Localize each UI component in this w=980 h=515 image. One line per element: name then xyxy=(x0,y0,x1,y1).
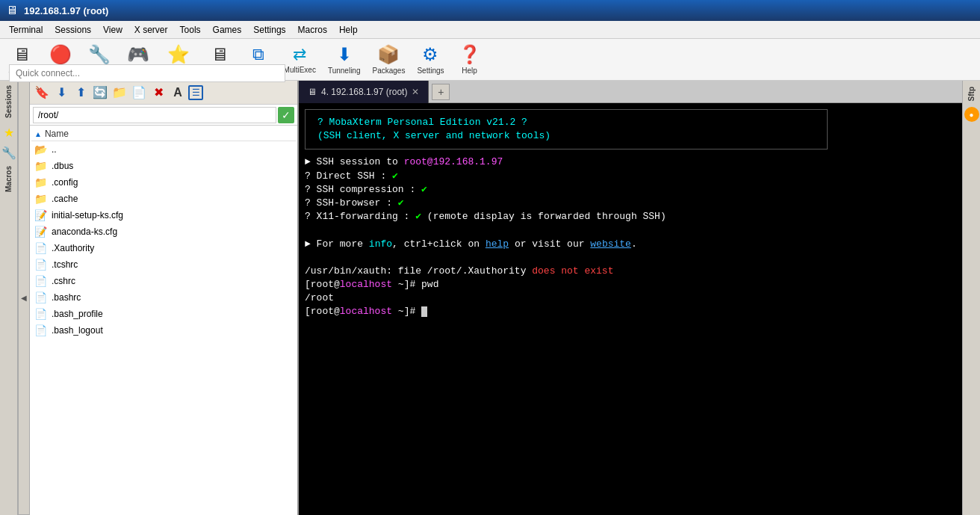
file-name: .Xauthority xyxy=(52,243,94,253)
config-icon: 📝 xyxy=(34,226,47,238)
ssh-compression-line: ? SSH compression : ✔ xyxy=(305,183,956,197)
welcome-box: ? MobaXterm Personal Edition v21.2 ? (SS… xyxy=(305,109,828,149)
file-btn-download[interactable]: ⬇ xyxy=(52,84,70,102)
macros-side-tab[interactable]: Macros xyxy=(3,163,14,195)
tab-close-btn[interactable]: ✕ xyxy=(412,87,419,97)
file-btn-newfolder[interactable]: 📁 xyxy=(111,84,128,102)
path-bar: ✓ xyxy=(30,105,297,126)
file-list: ▲ Name 📂 .. 📁 .dbus 📁 .config 📁 .cache xyxy=(30,126,297,515)
file-btn-delete[interactable]: ✖ xyxy=(149,84,167,102)
terminal-output[interactable]: ? MobaXterm Personal Edition v21.2 ? (SS… xyxy=(299,103,962,515)
toolbar-settings-btn[interactable]: ⚙ Settings xyxy=(412,41,449,78)
welcome-line1: ? MobaXterm Personal Edition v21.2 ? xyxy=(317,116,815,129)
file-name: .. xyxy=(52,144,57,155)
file-panel: 🔖 ⬇ ⬆ 🔄 📁 📄 ✖ A ☰ ✓ ▲ Name xyxy=(30,81,299,515)
file-name: .dbus xyxy=(52,161,73,171)
sessions-panel: Sessions ★ 🔧 Macros xyxy=(0,81,18,515)
ssh-session-line: ► SSH session to root@192.168.1.97 xyxy=(305,155,956,169)
terminal-cursor xyxy=(421,306,427,317)
path-go-btn[interactable]: ✓ xyxy=(278,107,294,123)
list-item[interactable]: 📄 .bash_profile xyxy=(31,306,296,322)
file-btn-bookmark[interactable]: 🔖 xyxy=(33,84,51,102)
file-name: .bash_logout xyxy=(52,325,103,336)
file-btn-refresh[interactable]: 🔄 xyxy=(91,84,109,102)
config-icon: 📝 xyxy=(34,209,47,221)
list-item[interactable]: 📄 .bashrc xyxy=(31,289,296,306)
new-tab-btn[interactable]: + xyxy=(432,84,450,100)
tools-side-icon[interactable]: 🔧 xyxy=(0,143,18,163)
help-label: Help xyxy=(462,67,477,75)
terminal-tab[interactable]: 🖥 4. 192.168.1.97 (root) ✕ xyxy=(299,81,429,103)
file-icon: 📄 xyxy=(34,308,47,320)
ssh-direct-line: ? Direct SSH : ✔ xyxy=(305,170,956,183)
sessions-icon: ⭐ xyxy=(167,44,190,65)
file-toolbar: 🔖 ⬇ ⬆ 🔄 📁 📄 ✖ A ☰ xyxy=(30,81,297,105)
folder-icon: 📁 xyxy=(34,160,47,172)
toolbar-tunneling-btn[interactable]: ⬇ Tunneling xyxy=(323,41,366,78)
sftp-panel: Sftp ● xyxy=(962,81,980,515)
file-icon: 📄 xyxy=(34,275,47,287)
menu-sessions[interactable]: Sessions xyxy=(49,23,97,37)
file-icon: 📄 xyxy=(34,259,47,271)
menu-help[interactable]: Help xyxy=(333,23,364,37)
list-item[interactable]: 📄 .bash_logout xyxy=(31,322,296,339)
file-name: .config xyxy=(52,177,78,188)
list-item[interactable]: 📄 .cshrc xyxy=(31,273,296,289)
file-btn-rename[interactable]: A xyxy=(169,84,187,102)
folder-up-icon: 📂 xyxy=(34,144,47,155)
list-item[interactable]: 📝 initial-setup-ks.cfg xyxy=(31,207,296,223)
checkmark-icon: ✓ xyxy=(282,109,291,121)
toolbar-help-btn[interactable]: ❓ Help xyxy=(451,41,489,78)
file-icon: 📄 xyxy=(34,242,47,254)
list-item[interactable]: 📁 .config xyxy=(31,174,296,191)
terminal-area: 🖥 4. 192.168.1.97 (root) ✕ + ? MobaXterm… xyxy=(299,81,962,515)
menu-macros[interactable]: Macros xyxy=(292,23,333,37)
menu-tools[interactable]: Tools xyxy=(174,23,207,37)
settings-label: Settings xyxy=(417,67,444,75)
file-name: .cache xyxy=(52,194,78,204)
file-btn-upload[interactable]: ⬆ xyxy=(72,84,90,102)
list-item[interactable]: 📝 anaconda-ks.cfg xyxy=(31,223,296,240)
collapse-panel-btn[interactable]: ◀ xyxy=(18,81,30,515)
list-item[interactable]: 📂 .. xyxy=(31,141,296,158)
sessions-tab[interactable]: Sessions xyxy=(3,81,14,123)
ssh-browser-line: ? SSH-browser : ✔ xyxy=(305,197,956,210)
packages-label: Packages xyxy=(373,67,406,75)
terminal-line-pwd-cmd: [root@localhost ~]# pwd xyxy=(305,278,956,292)
toolbar-packages-btn[interactable]: 📦 Packages xyxy=(368,41,411,78)
sessions-star-icon[interactable]: ★ xyxy=(2,123,16,143)
list-item[interactable]: 📁 .dbus xyxy=(31,158,296,174)
quick-connect-input[interactable] xyxy=(9,64,285,82)
folder-icon: 📁 xyxy=(34,176,47,188)
list-item[interactable]: 📄 .tcshrc xyxy=(31,256,296,273)
packages-icon: 📦 xyxy=(377,44,400,65)
main-toolbar: 🖥 Session 🔴 Servers 🔧 Tools 🎮 Games ⭐ Se… xyxy=(0,39,980,81)
sftp-label[interactable]: Sftp xyxy=(966,84,977,104)
sftp-icon[interactable]: ● xyxy=(964,107,979,122)
ssh-x11-line: ? X11-forwarding : ✔ (remote display is … xyxy=(305,210,956,223)
terminal-tab-bar: 🖥 4. 192.168.1.97 (root) ✕ + xyxy=(299,81,962,103)
app-icon: 🖥 xyxy=(6,4,18,17)
session-icon: 🖥 xyxy=(13,44,31,65)
file-btn-newfile[interactable]: 📄 xyxy=(130,84,148,102)
menu-terminal[interactable]: Terminal xyxy=(3,23,49,37)
tools-icon: 🔧 xyxy=(88,44,111,65)
menu-view[interactable]: View xyxy=(97,23,128,37)
file-name: .cshrc xyxy=(52,276,75,286)
list-item[interactable]: 📁 .cache xyxy=(31,191,296,207)
menu-games[interactable]: Games xyxy=(207,23,248,37)
help-icon: ❓ xyxy=(459,44,481,65)
path-input[interactable] xyxy=(33,107,276,123)
file-btn-info[interactable]: ☰ xyxy=(188,85,203,100)
file-name: .bash_profile xyxy=(52,309,103,319)
menu-settings[interactable]: Settings xyxy=(247,23,291,37)
servers-icon: 🔴 xyxy=(49,44,72,65)
file-name: initial-setup-ks.cfg xyxy=(52,210,123,221)
welcome-text1: ? MobaXterm Personal Edition v21.2 ? xyxy=(317,117,527,128)
menu-xserver[interactable]: X server xyxy=(128,23,174,37)
file-name: .bashrc xyxy=(52,292,81,303)
welcome-text2: (SSH client, X server and network tools) xyxy=(317,130,551,141)
file-icon: 📄 xyxy=(34,292,47,303)
menu-bar: Terminal Sessions View X server Tools Ga… xyxy=(0,21,980,39)
list-item[interactable]: 📄 .Xauthority xyxy=(31,240,296,256)
